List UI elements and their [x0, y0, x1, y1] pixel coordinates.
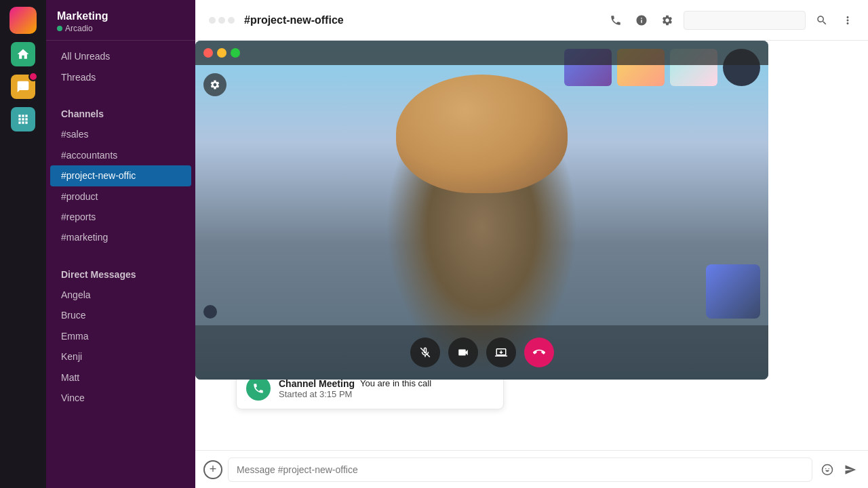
sidebar-channels-section: Channels #sales #accountants #project-ne…	[46, 93, 195, 253]
meeting-phone-icon	[246, 376, 271, 401]
workspace-avatar[interactable]	[9, 7, 37, 34]
huddle-dots	[206, 17, 237, 24]
threads-label: Threads	[61, 70, 96, 85]
add-attachment-btn[interactable]: +	[203, 460, 222, 479]
video-toggle-btn[interactable]	[448, 338, 478, 367]
video-thumb-self	[706, 264, 760, 319]
channels-header-label: Channels	[61, 106, 104, 121]
channel-reports-label: #reports	[61, 209, 96, 224]
meeting-time: Started at 3:15 PM	[279, 389, 494, 399]
dm-header: Direct Messages	[50, 264, 191, 285]
chat-area: Channel Meeting You are in this call Sta…	[195, 41, 868, 450]
window-chrome	[195, 41, 768, 65]
sidebar-dm-emma[interactable]: Emma	[50, 326, 191, 346]
rail-icon-apps[interactable]	[11, 107, 35, 131]
svg-point-3	[829, 468, 830, 469]
window-minimize-btn[interactable]	[217, 48, 226, 58]
window-close-btn[interactable]	[203, 48, 213, 58]
svg-point-1	[823, 464, 833, 474]
workspace-user: Arcadio	[65, 24, 93, 33]
channel-marketing-label: #marketing	[61, 230, 108, 245]
sidebar-dm-kenji[interactable]: Kenji	[50, 346, 191, 367]
phone-icon[interactable]	[606, 11, 625, 30]
sidebar-item-accountants[interactable]: #accountants	[50, 145, 191, 165]
channel-product-label: #product	[61, 189, 98, 204]
sidebar-dm-bruce[interactable]: Bruce	[50, 305, 191, 325]
sidebar-item-all-unreads[interactable]: All Unreads	[50, 46, 191, 66]
workspace-status: Arcadio	[57, 24, 184, 33]
input-actions	[818, 460, 860, 479]
sidebar-dm-vince[interactable]: Vince	[50, 388, 191, 408]
sidebar-nav-section: All Unreads Threads	[46, 41, 195, 93]
sidebar-item-reports[interactable]: #reports	[50, 207, 191, 227]
message-input[interactable]	[228, 458, 812, 482]
svg-point-2	[825, 468, 827, 469]
info-icon[interactable]	[632, 11, 651, 30]
sidebar-dm-section: Direct Messages Angela Bruce Emma Kenji …	[46, 253, 195, 414]
channels-header: Channels	[50, 104, 191, 124]
header-search[interactable]	[684, 11, 806, 30]
rail-icon-home[interactable]	[11, 42, 35, 66]
sidebar: Marketing Arcadio All Unreads Threads Ch…	[46, 0, 195, 488]
status-dot	[57, 26, 62, 31]
sidebar-dm-matt[interactable]: Matt	[50, 367, 191, 388]
video-settings-btn[interactable]	[203, 73, 226, 96]
sidebar-item-sales[interactable]: #sales	[50, 124, 191, 144]
dm-kenji-label: Kenji	[61, 349, 82, 364]
channel-accountants-label: #accountants	[61, 148, 117, 163]
header-icons	[606, 11, 857, 30]
meeting-text: Channel Meeting You are in this call Sta…	[279, 378, 494, 399]
sidebar-dm-angela[interactable]: Angela	[50, 285, 191, 305]
channel-header: #project-new-office	[195, 0, 868, 41]
screen-share-btn[interactable]	[486, 338, 516, 367]
more-icon[interactable]	[838, 11, 857, 30]
settings-icon[interactable]	[658, 11, 677, 30]
window-maximize-btn[interactable]	[231, 48, 240, 58]
sidebar-item-marketing[interactable]: #marketing	[50, 227, 191, 247]
dm-angela-label: Angela	[61, 287, 91, 302]
video-indicator	[203, 305, 217, 319]
dm-matt-label: Matt	[61, 370, 79, 385]
huddle-dot-1	[209, 17, 216, 24]
sidebar-item-project-new-office[interactable]: #project-new-offic	[50, 165, 191, 186]
dm-vince-label: Vince	[61, 390, 85, 405]
search-icon[interactable]	[812, 11, 831, 30]
rail-icon-dms[interactable]	[11, 75, 35, 99]
huddle-dot-2	[218, 17, 225, 24]
message-input-bar: +	[195, 450, 868, 488]
all-unreads-label: All Unreads	[61, 49, 110, 64]
workspace-name: Marketing	[57, 9, 184, 22]
dm-badge	[28, 72, 38, 81]
channel-sales-label: #sales	[61, 127, 88, 142]
mute-btn[interactable]	[410, 338, 440, 367]
main-area: #project-new-office	[195, 0, 868, 488]
dm-header-label: Direct Messages	[61, 267, 136, 282]
emoji-btn[interactable]	[818, 460, 837, 479]
send-btn[interactable]	[841, 460, 860, 479]
dm-bruce-label: Bruce	[61, 308, 86, 323]
channel-project-new-office-label: #project-new-offic	[61, 168, 136, 183]
icon-rail	[0, 0, 46, 488]
workspace-header: Marketing Arcadio	[46, 0, 195, 41]
video-controls-bar	[195, 325, 768, 380]
sidebar-item-product[interactable]: #product	[50, 186, 191, 207]
huddle-dot-3	[228, 17, 235, 24]
video-main	[195, 41, 768, 380]
dm-emma-label: Emma	[61, 329, 88, 344]
video-call-overlay	[195, 41, 768, 380]
meeting-status: You are in this call	[360, 378, 431, 388]
channel-name: #project-new-office	[244, 14, 599, 26]
sidebar-item-threads[interactable]: Threads	[50, 67, 191, 87]
end-call-btn[interactable]	[524, 338, 554, 367]
